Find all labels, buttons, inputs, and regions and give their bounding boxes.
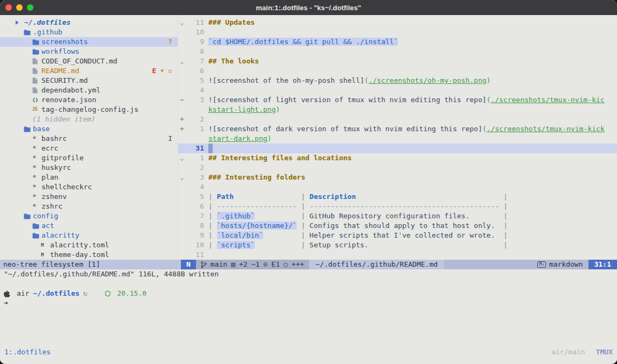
editor-line[interactable]: 4: [178, 182, 617, 192]
statusline-extra: +++: [292, 260, 304, 269]
dotfile-icon: *: [32, 163, 41, 173]
window-titlebar[interactable]: main:1:.dotfiles - "ks~/.dotfiles": [0, 0, 617, 16]
expander-icon: [15, 20, 24, 25]
tree-item-security.md[interactable]: SECURITY.md: [0, 76, 178, 85]
tree-item-base[interactable]: base: [0, 124, 178, 134]
tree-item-gitprofile[interactable]: *gitprofile: [0, 153, 178, 163]
toml-icon: M: [41, 240, 50, 250]
tree-item-screenshots[interactable]: screenshots?: [0, 37, 178, 47]
dotfile-icon: *: [32, 134, 41, 144]
tree-item-label: config: [33, 211, 58, 221]
node-icon: [105, 290, 114, 297]
editor-line[interactable]: 9`cd $HOME/.dotfiles && git pull && ./in…: [178, 37, 617, 47]
editor-line[interactable]: 5| Path | Description |: [178, 192, 617, 202]
fold-icon[interactable]: ⌄: [178, 173, 186, 182]
editor-line[interactable]: start-dark.png): [178, 134, 617, 144]
line-text: [208, 27, 617, 37]
tree-item-alacritty.toml[interactable]: Malacritty.toml: [0, 240, 178, 250]
terminal-window: main:1:.dotfiles - "ks~/.dotfiles" ~/.do…: [0, 0, 617, 364]
editor-line[interactable]: +1![screenshot of dark version of tmux w…: [178, 124, 617, 134]
fold-icon[interactable]: ⌄: [178, 18, 186, 27]
shell-prompt: air ~/.dotfiles ↻ 20.15.0: [0, 289, 146, 298]
editor-line[interactable]: ~3![screenshot of light version of tmux …: [178, 95, 617, 105]
prompt-host: air: [17, 289, 29, 298]
tree-item-label: shellcheckrc: [41, 182, 92, 192]
editor-line[interactable]: 6: [178, 66, 617, 76]
dotfile-icon: *: [32, 192, 41, 202]
fold-column: [178, 66, 186, 76]
fold-icon[interactable]: ⌄: [178, 153, 186, 163]
tree-item-tag-changelog-config.js[interactable]: JStag-changelog-config.js: [0, 105, 178, 115]
editor-line[interactable]: +2: [178, 115, 617, 124]
editor-line[interactable]: 4: [178, 85, 617, 95]
tmux-window-name[interactable]: 1:.dotfiles: [4, 347, 51, 357]
tree-item-config[interactable]: config: [0, 211, 178, 221]
tree-item-ecrc[interactable]: *ecrc: [0, 144, 178, 153]
file-tree: ~/.dotfiles.githubscreenshots?workflowsC…: [0, 15, 178, 260]
file-icon: [32, 77, 41, 84]
tree-item-dependabot.yml[interactable]: dependabot.yml: [0, 85, 178, 95]
editor-line[interactable]: ⌄11### Updates: [178, 18, 617, 27]
tree-item-label: alacritty.toml: [50, 240, 109, 250]
editor-line[interactable]: 9| `local/bin` | Helper scripts that I'v…: [178, 231, 617, 240]
line-text: [208, 115, 617, 124]
toml-icon: M: [41, 250, 50, 260]
tree-item-workflows[interactable]: workflows: [0, 47, 178, 56]
dotfile-icon: *: [32, 182, 41, 192]
editor-line[interactable]: 8| `hosts/{hostname}/` | Configs that sh…: [178, 221, 617, 231]
tree-item-label: renovate.json: [41, 95, 96, 105]
editor-line[interactable]: 6| ------------------- | ---------------…: [178, 202, 617, 211]
editor-line[interactable]: 5![screenshot of the oh-my-posh shell](.…: [178, 76, 617, 85]
git-changed-count: ~1: [251, 260, 260, 269]
editor-line[interactable]: 2: [178, 163, 617, 173]
editor-line-current[interactable]: 31: [178, 144, 617, 153]
line-text: ### Interesting folders: [208, 173, 617, 182]
tree-item-bashrc[interactable]: *bashrcI: [0, 134, 178, 144]
tree-item-~-.dotfiles[interactable]: ~/.dotfiles: [0, 18, 178, 27]
tree-item--1-hidden-item-[interactable]: (1 hidden item): [0, 115, 178, 124]
tree-item-plan[interactable]: *plan: [0, 173, 178, 182]
fold-icon[interactable]: ⌄: [178, 56, 186, 66]
tree-item-zshenv[interactable]: *zshenv: [0, 192, 178, 202]
editor-line[interactable]: ⌄1## Interesting files and locations: [178, 153, 617, 163]
tree-item-act[interactable]: act: [0, 221, 178, 231]
fold-column: [178, 37, 186, 47]
git-branch-icon: [201, 261, 207, 268]
line-number: 11: [186, 250, 204, 260]
tree-item-.github[interactable]: .github: [0, 27, 178, 37]
fold-column: [178, 76, 186, 85]
line-number: 11: [186, 18, 204, 27]
tree-item-alacritty[interactable]: alacritty: [0, 231, 178, 240]
editor-line[interactable]: 11: [178, 250, 617, 260]
editor-line[interactable]: 7| `.github` | GitHub Repository configu…: [178, 211, 617, 221]
editor-line[interactable]: ⌄3### Interesting folders: [178, 173, 617, 182]
line-text: | ------------------- | ----------------…: [208, 202, 617, 211]
editor-line[interactable]: ⌄7## The looks: [178, 56, 617, 66]
tree-item-readme.md[interactable]: README.mdE•▫: [0, 66, 178, 76]
editor-line[interactable]: 8: [178, 47, 617, 56]
filetype-label: markdown: [549, 260, 583, 269]
fold-column: [178, 144, 186, 153]
tree-item-label: workflows: [41, 47, 79, 56]
tree-item-label: zshenv: [41, 192, 67, 202]
tree-item-renovate.json[interactable]: {}renovate.json: [0, 95, 178, 105]
minimize-button[interactable]: [16, 4, 23, 11]
fold-column: [178, 211, 186, 221]
editor-line[interactable]: 10| `scripts` | Setup scripts. |: [178, 240, 617, 250]
close-button[interactable]: [5, 4, 12, 11]
tree-item-huskyrc[interactable]: *huskyrc: [0, 163, 178, 173]
zoom-button[interactable]: [27, 4, 33, 11]
json-icon: {}: [32, 95, 41, 105]
buffer-icon: ▤: [231, 260, 235, 269]
git-sign: ~: [178, 95, 186, 105]
plugin-icon: ○: [284, 260, 288, 269]
editor-line[interactable]: kstart-light.png): [178, 105, 617, 115]
tree-item-theme-day.toml[interactable]: Mtheme-day.toml: [0, 250, 178, 260]
dotfile-icon: *: [32, 144, 41, 153]
statusline-filepath: ~/.dotfiles/.github/README.md: [309, 260, 444, 269]
tree-item-code_of_conduct.md[interactable]: CODE_OF_CONDUCT.md: [0, 56, 178, 66]
statusline-git-info: main ▤ +2 ~1 ⊙ E1 ○ +++: [196, 260, 309, 269]
tree-item-zshrc[interactable]: *zshrc: [0, 202, 178, 211]
editor-line[interactable]: 10: [178, 27, 617, 37]
tree-item-shellcheckrc[interactable]: *shellcheckrc: [0, 182, 178, 192]
